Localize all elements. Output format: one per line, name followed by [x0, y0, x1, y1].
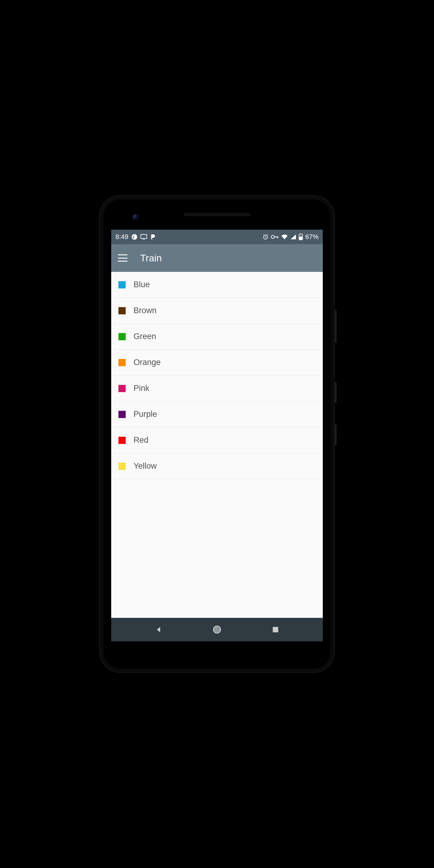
screen: 8:49: [111, 230, 323, 641]
status-bar: 8:49: [111, 230, 323, 244]
color-swatch: [119, 463, 126, 470]
phone-side-button: [335, 424, 337, 445]
list-item-label: Yellow: [133, 461, 157, 471]
list-item-label: Purple: [133, 410, 157, 419]
nav-back-button[interactable]: [150, 621, 167, 639]
color-swatch: [119, 359, 126, 366]
color-swatch: [119, 307, 126, 314]
battery-charging-icon: [299, 234, 303, 240]
phone-camera: [132, 214, 139, 221]
svg-rect-8: [300, 234, 301, 235]
svg-point-4: [271, 236, 274, 239]
svg-rect-1: [141, 235, 147, 239]
phone-side-button: [335, 382, 337, 403]
color-swatch: [119, 281, 126, 288]
status-bar-right: 67%: [262, 233, 318, 241]
svg-rect-6: [277, 237, 278, 239]
list-item[interactable]: Brown: [111, 298, 323, 324]
app-p-icon: [150, 234, 156, 240]
list-item-label: Green: [133, 332, 156, 341]
list-item[interactable]: Blue: [111, 272, 323, 298]
list-item[interactable]: Purple: [111, 401, 323, 427]
color-swatch: [119, 333, 126, 340]
svg-rect-2: [143, 239, 145, 239]
list-item-label: Red: [133, 435, 149, 445]
list-item[interactable]: Green: [111, 324, 323, 350]
nav-bar: [111, 618, 323, 641]
color-list: Blue Brown Green Orange Pink: [111, 272, 323, 618]
color-swatch: [119, 385, 126, 392]
list-item[interactable]: Red: [111, 427, 323, 453]
music-icon: [131, 234, 137, 240]
color-swatch: [119, 411, 126, 418]
color-swatch: [119, 437, 126, 444]
svg-point-10: [213, 626, 221, 633]
cast-icon: [141, 234, 147, 240]
cell-signal-icon: [290, 234, 296, 240]
status-battery-text: 67%: [305, 233, 318, 241]
list-item-label: Brown: [133, 306, 157, 315]
svg-rect-11: [273, 627, 278, 632]
list-item[interactable]: Yellow: [111, 453, 323, 479]
phone-frame: 8:49: [99, 195, 335, 673]
page-title: Train: [140, 253, 162, 264]
nav-recents-button[interactable]: [267, 621, 284, 639]
phone-side-button: [335, 310, 337, 343]
list-item[interactable]: Pink: [111, 375, 323, 401]
list-item-label: Pink: [133, 384, 150, 393]
alarm-icon: [262, 234, 269, 240]
list-item-label: Orange: [133, 358, 161, 367]
status-bar-left: 8:49: [116, 233, 156, 241]
phone-speaker-top: [184, 213, 250, 216]
svg-point-0: [132, 234, 137, 240]
wifi-icon: [281, 234, 288, 240]
list-item[interactable]: Orange: [111, 350, 323, 375]
app-bar: Train: [111, 244, 323, 272]
phone-bezel-top: [103, 199, 331, 230]
vpn-key-icon: [271, 235, 279, 239]
status-time: 8:49: [116, 233, 128, 241]
menu-icon[interactable]: [118, 254, 127, 261]
list-item-label: Blue: [133, 280, 150, 289]
nav-home-button[interactable]: [208, 621, 226, 639]
